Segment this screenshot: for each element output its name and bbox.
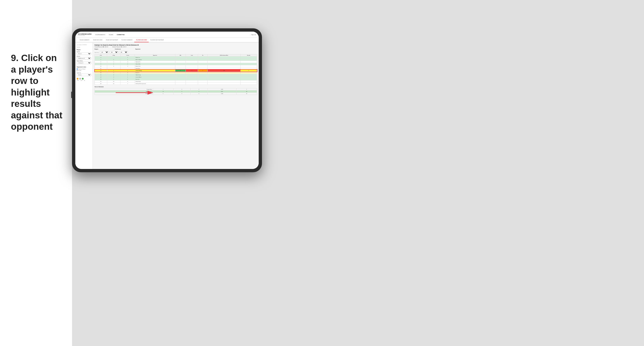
filter-opponent-select[interactable]: (All) — [119, 51, 128, 53]
table-row[interactable]: 14 7 4 Eunice Yi — [95, 72, 257, 74]
cell-diff — [208, 63, 240, 65]
table-row[interactable]: 15 8 5 Stella Cheng — [95, 74, 257, 76]
cell-reg: 1 — [107, 61, 120, 63]
cell-diff — [208, 72, 240, 74]
cell-diff — [208, 67, 240, 70]
annotation-text: 9. Click on a player's row to highlight … — [11, 52, 63, 133]
cell-opponent: Esther Lee — [135, 56, 175, 59]
cell-tie — [198, 67, 208, 70]
out-cell-name: NAIA Division 1 — [95, 90, 153, 93]
sign-out-button[interactable]: Sign out — [251, 34, 256, 35]
cell-loss — [186, 78, 198, 80]
radio-top100-input[interactable] — [77, 70, 78, 71]
tablet-frame: SCOREBOARD Powered by clippi TOURNAMENTS… — [72, 28, 262, 172]
cell-conf: 6 — [120, 80, 135, 83]
table-row[interactable]: 3 1 Esther Lee — [95, 56, 257, 59]
cell-div: 9 — [95, 63, 107, 65]
th-rounds: Rounds — [240, 54, 257, 56]
out-cell-3: 0 — [190, 90, 208, 93]
filter-opponent: Opponent — [135, 48, 140, 50]
cell-diff — [208, 61, 240, 63]
main-content: Last Updated: 27/03/2024 16:55:28 Player… — [75, 42, 259, 169]
logo-area: SCOREBOARD Powered by clippi — [78, 33, 92, 36]
cell-opponent: Jessica Mason — [135, 76, 175, 78]
cell-loss — [186, 72, 198, 74]
tab-player-h2h-grid[interactable]: PLAYER H2H GRID — [134, 38, 149, 42]
table-row[interactable]: 9 1 4 Sharon Mun — [95, 63, 257, 65]
table-row[interactable]: 10 6 3 Andrea York — [95, 65, 257, 67]
cell-loss — [186, 74, 198, 76]
nav-teams[interactable]: TEAMS — [109, 33, 113, 36]
table-row-selected[interactable]: 13 1 1 Jessica Huang 0 1 0 -3.00 2 — [95, 70, 257, 72]
sidebar-radio-top100[interactable]: Top 100 — [77, 70, 91, 71]
sidebar-gender-select[interactable]: Women's — [77, 52, 91, 55]
cell-tie — [198, 63, 208, 65]
cell-diff — [208, 80, 240, 83]
cell-reg: 1 — [107, 70, 120, 72]
cell-reg: 6 — [107, 65, 120, 67]
cell-win — [175, 76, 186, 78]
sidebar-colour-select[interactable]: Win/loss — [77, 74, 91, 76]
filter-region-select[interactable]: (All) — [100, 51, 109, 53]
tab-team-h2h-heatmap[interactable]: TEAM H2H HEATMAP — [104, 38, 120, 42]
cell-div: 20 — [95, 83, 107, 85]
out-table-row[interactable]: NCAA Division 2 5 0 0 7.400 10 — [95, 93, 257, 95]
table-row[interactable]: 11 Haeji Hyun — [95, 67, 257, 70]
tab-team-h2h-grid[interactable]: TEAM H2H GRID — [91, 38, 104, 42]
cell-div: 5 — [95, 59, 107, 61]
cell-loss — [186, 65, 198, 67]
th-win: Win — [175, 54, 186, 56]
colour-level-label: Level — [80, 80, 83, 81]
tab-team-summary[interactable]: TEAM SUMMARY — [78, 38, 91, 42]
tab-player-h2h-heatmap[interactable]: PLAYER H2H HEATMAP — [149, 38, 166, 42]
table-row[interactable]: 16 9 1 Jessica Mason — [95, 76, 257, 78]
cell-div: 3 — [95, 56, 107, 59]
table-row[interactable]: 20 11 7 Federica Domecq Lacroze — [95, 83, 257, 85]
table-row[interactable]: 18 2 2 Euna Lee — [95, 78, 257, 80]
sidebar-player-title: Player — [77, 49, 91, 50]
grid-content: Katelyn Vo Head-to-Head Grid for Women's… — [93, 42, 259, 169]
table-row[interactable]: 5 2 2 Alexis Sudjianto — [95, 59, 257, 61]
out-table-body: Foreign Team 1 0 0 4.500 2 NAIA Division… — [95, 88, 257, 95]
colour-labels: Down Level Up — [77, 80, 91, 81]
cell-loss: 1 — [186, 70, 198, 72]
cell-loss — [186, 67, 198, 70]
tab-player-summary[interactable]: PLAYER SUMMARY — [120, 38, 134, 42]
cell-conf: 1 — [120, 70, 135, 72]
sidebar-colour-section: Colour by Win/loss Down Level Up — [77, 72, 91, 81]
cell-conf: 3 — [120, 65, 135, 67]
colour-up-label: Up — [84, 80, 85, 81]
radio-played-input[interactable] — [77, 68, 78, 70]
cell-conf: 1 — [120, 76, 135, 78]
out-cell-3: 0 — [190, 88, 208, 90]
sidebar-division-select[interactable]: NCAA Division III — [77, 57, 91, 59]
cell-tie — [198, 83, 208, 85]
cell-div: 16 — [95, 76, 107, 78]
division-record: Division Record: 331 - 34 - 6 — [112, 46, 126, 47]
th-reg: # Reg — [107, 54, 120, 56]
sidebar-radio-played[interactable]: Opponents Played — [77, 68, 91, 70]
cell-tie — [198, 56, 208, 59]
cell-conf: 4 — [120, 63, 135, 65]
th-diff: Diff Av Strokes/Rnd — [208, 54, 240, 56]
radio-played-label: Opponents Played — [78, 68, 85, 70]
table-row[interactable]: 6 1 3 Sydney Kuo — [95, 61, 257, 63]
radio-top100-label: Top 100 — [78, 70, 81, 71]
table-row[interactable]: 19 10 6 Emily Chang — [95, 80, 257, 83]
sidebar: Last Updated: 27/03/2024 16:55:28 Player… — [75, 42, 93, 169]
cell-reg: 2 — [107, 59, 120, 61]
sidebar-player-rank-select[interactable]: 8. Katelyn Vo — [77, 62, 91, 64]
nav-committee[interactable]: COMMITTEE — [117, 33, 125, 36]
cell-conf: 4 — [120, 72, 135, 74]
nav-tournaments[interactable]: TOURNAMENTS — [95, 33, 105, 36]
cell-rounds — [240, 63, 257, 65]
out-table-row[interactable]: NAIA Division 1 15 0 0 9.267 30 — [95, 90, 257, 93]
filter-conference-select[interactable]: (All) — [110, 51, 118, 53]
filter-region-header: Region — [94, 48, 98, 50]
cell-win — [175, 65, 186, 67]
out-cell-1: 5 — [153, 93, 173, 95]
out-table-row[interactable]: Foreign Team 1 0 0 4.500 2 — [95, 88, 257, 90]
cell-opponent: Eunice Yi — [135, 72, 175, 74]
overall-record: Overall Record: 353 - 34 - 6 — [94, 46, 108, 47]
cell-reg — [107, 56, 120, 59]
